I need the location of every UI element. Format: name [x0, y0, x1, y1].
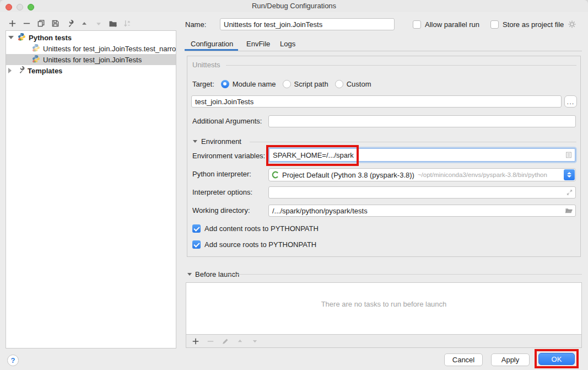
help-button[interactable]: ? [7, 355, 19, 366]
sort-alphabetically-icon [122, 19, 132, 28]
interpreter-options-label: Interpreter options: [192, 188, 252, 196]
move-down-icon [94, 19, 103, 28]
python-interpreter-select[interactable]: Project Default (Python 3.8 (pyspark-3.8… [268, 168, 576, 181]
target-label: Target: [192, 80, 214, 88]
configurations-tree: Python tests Unittests for test_join.Joi… [6, 30, 176, 348]
tab-logs[interactable]: Logs [280, 40, 295, 48]
python-test-config-icon [32, 44, 40, 53]
new-folder-icon[interactable] [108, 19, 117, 28]
group-title-line [226, 65, 576, 66]
browse-button[interactable]: ... [564, 95, 577, 108]
store-as-project-file-label: Store as project file [503, 20, 564, 29]
working-directory-label: Working directory: [192, 206, 250, 215]
unittests-group-box: Unittests Target: Module name Script pat… [187, 56, 581, 257]
checkbox-icon[interactable] [192, 240, 201, 249]
tree-item-label: Unittests for test_join.JoinTests [43, 56, 142, 64]
ok-button[interactable]: OK [538, 353, 575, 365]
environment-section-line [250, 142, 576, 142]
add-content-roots-checkbox[interactable]: Add content roots to PYTHONPATH [192, 224, 319, 233]
edit-templates-icon[interactable] [65, 19, 74, 28]
python-tests-icon [18, 33, 26, 42]
edit-task-icon [221, 337, 229, 345]
radio-custom-label[interactable]: Custom [347, 80, 371, 88]
environment-section-label[interactable]: Environment [201, 137, 241, 146]
radio-module-name-label[interactable]: Module name [233, 80, 276, 88]
add-configuration-icon[interactable] [8, 19, 17, 28]
tree-item-label: Unittests for test_join.JoinTests.test_n… [43, 45, 176, 53]
target-row: Target: Module name Script path Custom [192, 79, 371, 88]
add-source-roots-label: Add source roots to PYTHONPATH [204, 240, 316, 249]
add-task-icon[interactable] [191, 337, 199, 345]
python-interpreter-label: Python interpreter: [192, 170, 251, 178]
before-launch-toolbar [186, 335, 582, 348]
move-task-up-icon [236, 337, 244, 345]
save-configuration-icon[interactable] [51, 19, 60, 28]
window-title: Run/Debug Configurations [0, 0, 588, 12]
add-content-roots-label: Add content roots to PYTHONPATH [204, 224, 319, 233]
environment-variables-label: Environment variables: [192, 152, 265, 160]
tree-group-label: Python tests [29, 34, 72, 42]
working-directory-input[interactable]: /.../spark/python/pyspark/tests [268, 205, 576, 217]
expand-arrow-icon[interactable] [8, 68, 12, 73]
tree-item-test-narrow[interactable]: Unittests for test_join.JoinTests.test_n… [6, 43, 176, 54]
cancel-button[interactable]: Cancel [444, 353, 483, 366]
environment-collapse-icon[interactable] [193, 140, 197, 143]
configurations-toolbar [8, 19, 132, 28]
interpreter-options-input[interactable] [268, 186, 576, 199]
allow-parallel-run-checkbox[interactable]: Allow parallel run [413, 20, 479, 29]
interpreter-path: ~/opt/miniconda3/envs/pyspark-3.8/bin/py… [418, 171, 547, 178]
target-module-input[interactable]: test_join.JoinTests [191, 95, 562, 108]
templates-wrench-icon [17, 66, 25, 76]
titlebar: Run/Debug Configurations [0, 0, 588, 12]
interpreter-value: Project Default (Python 3.8 (pyspark-3.8… [282, 171, 414, 179]
run-debug-configurations-dialog: Run/Debug Configurations Python [0, 0, 588, 370]
expand-field-icon[interactable] [566, 189, 573, 196]
additional-arguments-input[interactable] [268, 115, 576, 127]
annotation-highlight-env-vars [266, 145, 359, 166]
active-tab-underline [185, 49, 238, 51]
before-launch-empty-message: There are no tasks to run before launch [186, 300, 581, 308]
tab-configuration[interactable]: Configuration [191, 40, 233, 48]
checkbox-icon[interactable] [490, 20, 499, 29]
radio-custom[interactable] [335, 80, 343, 88]
group-title: Unittests [192, 61, 220, 69]
name-input[interactable]: Unittests for test_join.JoinTests [220, 18, 395, 30]
before-launch-line [228, 274, 582, 275]
gear-icon[interactable] [568, 20, 576, 29]
checkbox-icon[interactable] [413, 20, 421, 29]
browse-env-vars-icon[interactable] [565, 151, 573, 159]
allow-parallel-run-label: Allow parallel run [425, 20, 479, 29]
combo-stepper-icon[interactable] [564, 169, 575, 180]
tree-group-templates[interactable]: Templates [6, 65, 176, 76]
apply-button[interactable]: Apply [491, 353, 530, 366]
interpreter-icon [272, 171, 279, 179]
copy-configuration-icon[interactable] [36, 19, 46, 28]
tabs-divider [185, 51, 582, 51]
folder-icon[interactable] [565, 207, 573, 215]
tree-group-python-tests[interactable]: Python tests [6, 32, 176, 43]
tree-item-jointests-selected[interactable]: Unittests for test_join.JoinTests [6, 54, 176, 65]
store-as-project-file-checkbox[interactable]: Store as project file [490, 20, 576, 29]
radio-script-path-label[interactable]: Script path [294, 80, 328, 88]
python-test-config-icon [32, 55, 40, 65]
add-source-roots-checkbox[interactable]: Add source roots to PYTHONPATH [192, 240, 316, 249]
tree-group-label: Templates [28, 67, 62, 75]
radio-script-path[interactable] [283, 80, 291, 88]
additional-arguments-label: Additional Arguments: [192, 117, 262, 125]
remove-task-icon [206, 337, 214, 345]
remove-configuration-icon[interactable] [22, 19, 31, 28]
radio-module-name[interactable] [221, 80, 229, 88]
checkbox-icon[interactable] [192, 224, 201, 233]
name-label: Name: [185, 20, 206, 29]
before-launch-task-list: There are no tasks to run before launch [186, 282, 582, 335]
tab-envfile[interactable]: EnvFile [246, 40, 270, 48]
before-launch-collapse-icon[interactable] [187, 273, 192, 276]
move-up-icon[interactable] [79, 19, 89, 28]
move-task-down-icon [251, 337, 259, 345]
collapse-arrow-icon[interactable] [8, 36, 14, 39]
